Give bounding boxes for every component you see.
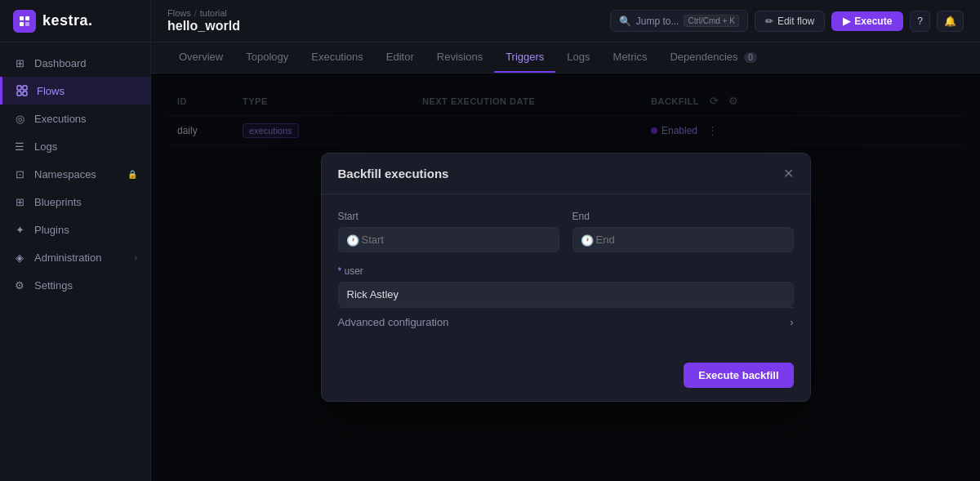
topbar-actions: 🔍 Jump to... Ctrl/Cmd + K ✏ Edit flow ▶ … bbox=[610, 10, 964, 32]
keyboard-shortcut: Ctrl/Cmd + K bbox=[684, 15, 739, 27]
sidebar-item-label: Flows bbox=[37, 85, 65, 97]
modal-overlay: Backfill executions ✕ Start 🕐 bbox=[151, 73, 980, 481]
breadcrumb-tutorial[interactable]: tutorial bbox=[200, 8, 227, 18]
svg-rect-6 bbox=[17, 91, 21, 96]
chevron-right-icon: › bbox=[790, 316, 793, 328]
start-label: Start bbox=[338, 211, 559, 222]
clock-icon-end: 🕐 bbox=[581, 234, 594, 246]
sidebar-item-logs[interactable]: ☰ Logs bbox=[0, 132, 150, 160]
modal-footer: Execute backfill bbox=[322, 353, 810, 401]
svg-rect-2 bbox=[20, 22, 24, 26]
tabs: Overview Topology Executions Editor Revi… bbox=[151, 42, 980, 73]
sidebar-item-label: Blueprints bbox=[34, 196, 82, 208]
modal-body: Start 🕐 End 🕐 bbox=[322, 194, 810, 353]
content-area: Id Type Next execution date Backfill ⟳ ⚙… bbox=[151, 73, 980, 481]
sidebar-item-label: Settings bbox=[34, 279, 73, 292]
end-group: End 🕐 bbox=[572, 211, 794, 252]
jump-to-button[interactable]: 🔍 Jump to... Ctrl/Cmd + K bbox=[610, 10, 748, 32]
edit-flow-label: Edit flow bbox=[777, 16, 814, 27]
dependencies-badge: 0 bbox=[744, 52, 757, 63]
end-input[interactable] bbox=[572, 227, 794, 252]
svg-rect-3 bbox=[25, 22, 29, 26]
sidebar-item-label: Plugins bbox=[34, 224, 69, 236]
breadcrumb: Flows / tutorial hello_world bbox=[167, 8, 240, 33]
topbar: Flows / tutorial hello_world 🔍 Jump to..… bbox=[151, 0, 980, 42]
tab-topology[interactable]: Topology bbox=[234, 42, 300, 73]
start-input-wrapper: 🕐 bbox=[338, 227, 559, 252]
tab-logs[interactable]: Logs bbox=[555, 42, 601, 73]
clock-icon-start: 🕐 bbox=[346, 234, 359, 246]
breadcrumb-flows[interactable]: Flows bbox=[167, 8, 191, 18]
plugins-icon: ✦ bbox=[13, 223, 26, 236]
tab-executions[interactable]: Executions bbox=[300, 42, 375, 73]
execute-label: Execute bbox=[854, 16, 892, 27]
user-input[interactable] bbox=[338, 282, 794, 307]
user-group: user bbox=[338, 265, 794, 307]
sidebar-item-executions[interactable]: ◎ Executions bbox=[0, 105, 150, 132]
logs-icon: ☰ bbox=[13, 140, 26, 153]
sidebar-nav: ⊞ Dashboard Flows ◎ Executions ☰ Logs ⊡ bbox=[0, 42, 150, 481]
tab-metrics[interactable]: Metrics bbox=[602, 42, 659, 73]
lock-icon: 🔒 bbox=[127, 170, 137, 179]
settings-icon: ⚙ bbox=[13, 278, 26, 292]
namespaces-icon: ⊡ bbox=[13, 167, 26, 180]
sidebar: kestra. ⊞ Dashboard Flows ◎ Executions ☰ bbox=[0, 0, 151, 481]
tab-dependencies[interactable]: Dependencies 0 bbox=[658, 42, 768, 73]
sidebar-item-plugins[interactable]: ✦ Plugins bbox=[0, 216, 150, 243]
svg-rect-5 bbox=[23, 86, 27, 90]
end-label: End bbox=[572, 211, 794, 222]
breadcrumb-path: Flows / tutorial bbox=[167, 8, 240, 18]
sidebar-item-label: Dashboard bbox=[34, 57, 87, 69]
dashboard-icon: ⊞ bbox=[13, 56, 26, 69]
edit-flow-button[interactable]: ✏ Edit flow bbox=[755, 11, 825, 32]
tab-triggers[interactable]: Triggers bbox=[494, 42, 555, 73]
end-input-wrapper: 🕐 bbox=[572, 227, 794, 252]
sidebar-item-label: Logs bbox=[34, 140, 57, 153]
modal-close-button[interactable]: ✕ bbox=[783, 167, 794, 180]
user-label: user bbox=[338, 265, 794, 277]
tab-revisions[interactable]: Revisions bbox=[425, 42, 494, 73]
logo-text: kestra. bbox=[42, 12, 93, 29]
sidebar-item-administration[interactable]: ◈ Administration › bbox=[0, 243, 150, 271]
sidebar-item-label: Namespaces bbox=[34, 168, 96, 180]
sidebar-item-label: Executions bbox=[34, 113, 87, 125]
date-range-row: Start 🕐 End 🕐 bbox=[338, 211, 794, 252]
start-input[interactable] bbox=[338, 227, 559, 252]
svg-rect-0 bbox=[20, 16, 24, 20]
chevron-right-icon: › bbox=[135, 253, 137, 262]
svg-rect-1 bbox=[25, 16, 29, 20]
advanced-config-label: Advanced configuration bbox=[338, 316, 449, 328]
blueprints-icon: ⊞ bbox=[13, 195, 26, 208]
play-icon: ▶ bbox=[843, 16, 850, 27]
notifications-button[interactable]: 🔔 bbox=[937, 11, 964, 32]
execute-button[interactable]: ▶ Execute bbox=[831, 11, 903, 31]
sidebar-item-blueprints[interactable]: ⊞ Blueprints bbox=[0, 188, 150, 216]
page-title: hello_world bbox=[167, 19, 240, 33]
administration-icon: ◈ bbox=[13, 251, 26, 264]
sidebar-item-namespaces[interactable]: ⊡ Namespaces 🔒 bbox=[0, 160, 150, 188]
sidebar-item-dashboard[interactable]: ⊞ Dashboard bbox=[0, 49, 150, 77]
tab-overview[interactable]: Overview bbox=[167, 42, 234, 73]
start-group: Start 🕐 bbox=[338, 211, 559, 252]
advanced-config-row[interactable]: Advanced configuration › bbox=[338, 307, 794, 336]
modal-title: Backfill executions bbox=[338, 167, 449, 180]
breadcrumb-sep: / bbox=[194, 8, 197, 18]
execute-backfill-button[interactable]: Execute backfill bbox=[684, 363, 793, 388]
search-icon: 🔍 bbox=[619, 16, 631, 27]
modal-header: Backfill executions ✕ bbox=[322, 154, 810, 194]
sidebar-item-settings[interactable]: ⚙ Settings bbox=[0, 271, 150, 299]
logo[interactable]: kestra. bbox=[0, 0, 150, 42]
sidebar-item-label: Administration bbox=[34, 252, 101, 264]
flows-icon bbox=[16, 84, 29, 97]
logo-icon bbox=[13, 10, 36, 33]
main-content: Flows / tutorial hello_world 🔍 Jump to..… bbox=[151, 0, 980, 481]
sidebar-item-flows[interactable]: Flows bbox=[0, 77, 150, 105]
jump-label: Jump to... bbox=[636, 16, 679, 27]
svg-rect-4 bbox=[17, 86, 21, 90]
pencil-icon: ✏ bbox=[765, 16, 773, 27]
help-button[interactable]: ? bbox=[910, 11, 930, 32]
svg-rect-7 bbox=[23, 91, 27, 96]
tab-editor[interactable]: Editor bbox=[375, 42, 425, 73]
backfill-modal: Backfill executions ✕ Start 🕐 bbox=[321, 153, 811, 402]
executions-icon: ◎ bbox=[13, 112, 26, 125]
